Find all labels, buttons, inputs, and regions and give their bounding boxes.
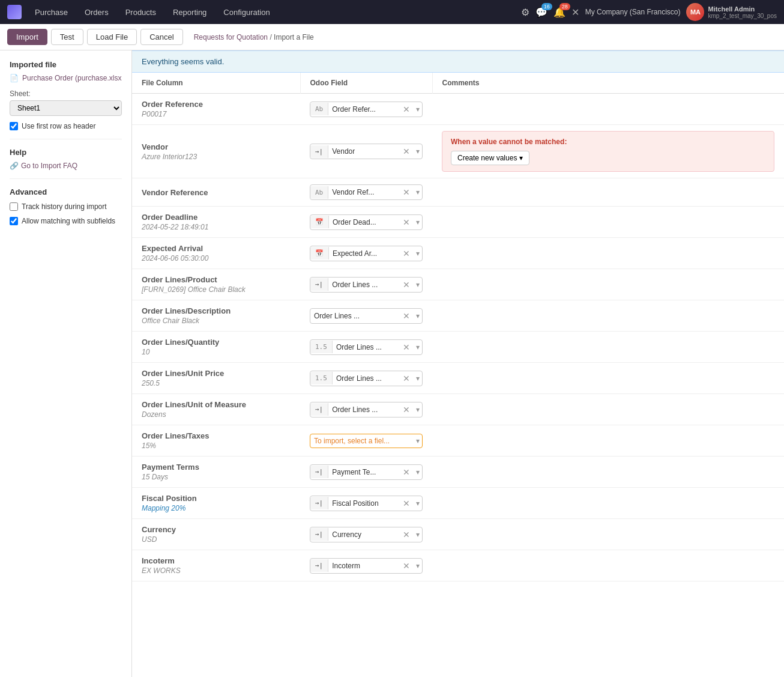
field-dropdown-icon[interactable]: ▾	[414, 216, 422, 229]
field-dropdown-icon[interactable]: ▾	[414, 278, 422, 291]
allow-matching-checkbox[interactable]	[10, 217, 18, 225]
load-file-button[interactable]: Load File	[87, 29, 137, 45]
import-faq-link[interactable]: 🔗 Go to Import FAQ	[10, 162, 122, 170]
odoo-field-name: Order Lines ...	[310, 309, 399, 323]
table-row: Order Lines/Unit Price 250.5 1.5 Order L…	[132, 363, 784, 394]
nav-item-purchase[interactable]: Purchase	[31, 5, 71, 19]
messages-icon[interactable]: 🔔 28	[553, 7, 565, 18]
field-selector[interactable]: Order Lines ... ✕ ▾	[310, 308, 423, 324]
field-selector[interactable]: →| Currency ✕ ▾	[310, 527, 423, 542]
field-selector[interactable]: 📅 Expected Ar... ✕ ▾	[310, 246, 423, 261]
table-cell-file-column: Order Lines/Unit Price 250.5	[132, 363, 300, 394]
field-column-label: Order Lines/Taxes	[142, 431, 291, 440]
field-dropdown-icon[interactable]: ▾	[414, 145, 422, 158]
gear-icon[interactable]: ⚙	[521, 7, 529, 18]
field-dropdown-icon[interactable]: ▾	[414, 528, 422, 541]
use-first-row-label[interactable]: Use first row as header	[22, 122, 95, 130]
create-btn-label: Create new values	[457, 154, 517, 162]
nav-items: Purchase Orders Products Reporting Confi…	[31, 5, 274, 19]
field-dropdown-icon[interactable]: ▾	[414, 247, 422, 260]
field-dropdown-icon[interactable]: ▾	[414, 341, 422, 354]
table-row: Expected Arrival 2024-06-06 05:30:00 📅 E…	[132, 238, 784, 269]
field-column-label: Order Lines/Unit Price	[142, 369, 291, 378]
field-selector[interactable]: 1.5 Order Lines ... ✕ ▾	[310, 371, 423, 386]
field-dropdown-icon[interactable]: ▾	[414, 466, 422, 479]
field-dropdown-icon[interactable]: ▾	[414, 559, 422, 572]
field-selector[interactable]: To import, select a fiel... ▾	[310, 434, 423, 448]
create-new-values-button[interactable]: Create new values ▾	[451, 151, 529, 165]
breadcrumb: Requests for Quotation / Import a File	[194, 33, 314, 41]
col-header-odoo: Odoo Field	[300, 73, 432, 94]
field-selector[interactable]: Ab Vendor Ref... ✕ ▾	[310, 184, 423, 200]
nav-item-orders[interactable]: Orders	[81, 5, 112, 19]
sheet-select[interactable]: Sheet1	[10, 100, 122, 116]
field-dropdown-icon[interactable]: ▾	[414, 309, 422, 323]
field-clear-icon[interactable]: ✕	[399, 144, 414, 159]
table-cell-file-column: Payment Terms 15 Days	[132, 457, 300, 488]
field-clear-icon[interactable]: ✕	[399, 371, 414, 386]
odoo-field-name: To import, select a fiel...	[310, 434, 414, 448]
field-clear-icon[interactable]: ✕	[399, 278, 414, 292]
table-cell-file-column: Order Deadline 2024-05-22 18:49:01	[132, 207, 300, 238]
field-selector[interactable]: →| Incoterm ✕ ▾	[310, 558, 423, 574]
field-clear-icon[interactable]: ✕	[399, 402, 414, 417]
import-table: File Column Odoo Field Comments Order Re…	[132, 73, 784, 581]
table-row: Order Reference P00017 Ab Order Refer...…	[132, 94, 784, 125]
field-clear-icon[interactable]: ✕	[399, 185, 414, 199]
field-dropdown-icon[interactable]: ▾	[414, 103, 422, 116]
field-selector[interactable]: →| Fiscal Position ✕ ▾	[310, 496, 423, 511]
field-clear-icon[interactable]: ✕	[399, 309, 414, 323]
warning-title: When a value cannot be matched:	[451, 138, 765, 146]
field-dropdown-icon[interactable]: ▾	[414, 372, 422, 385]
breadcrumb-parent[interactable]: Requests for Quotation	[194, 33, 268, 41]
user-section[interactable]: MA Mitchell Admin kmp_2_test_may_30_pos	[686, 3, 777, 21]
field-column-value: 2024-05-22 18:49:01	[142, 223, 291, 231]
cancel-button[interactable]: Cancel	[140, 29, 182, 45]
field-selector[interactable]: Ab Order Refer... ✕ ▾	[310, 102, 423, 117]
field-selector[interactable]: 1.5 Order Lines ... ✕ ▾	[310, 339, 423, 355]
field-dropdown-icon[interactable]: ▾	[414, 403, 422, 416]
field-clear-icon[interactable]: ✕	[399, 340, 414, 354]
table-header-row: File Column Odoo Field Comments	[132, 73, 784, 94]
field-dropdown-icon[interactable]: ▾	[414, 186, 422, 199]
nav-item-products[interactable]: Products	[122, 5, 160, 19]
allow-matching-row: Allow matching with subfields	[10, 217, 122, 225]
field-clear-icon[interactable]: ✕	[399, 559, 414, 573]
company-name: My Company (San Francisco)	[585, 8, 681, 16]
allow-matching-label[interactable]: Allow matching with subfields	[22, 217, 115, 225]
company-info[interactable]: My Company (San Francisco)	[585, 8, 681, 16]
field-dropdown-icon[interactable]: ▾	[414, 497, 422, 510]
field-clear-icon[interactable]: ✕	[399, 527, 414, 542]
field-clear-icon[interactable]: ✕	[399, 215, 414, 229]
field-column-value: Dozens	[142, 410, 291, 419]
table-cell-file-column: Vendor Azure Interior123	[132, 125, 300, 178]
field-clear-icon[interactable]: ✕	[399, 246, 414, 261]
nav-item-configuration[interactable]: Configuration	[220, 5, 273, 19]
field-column-label: Order Lines/Description	[142, 306, 291, 315]
field-clear-icon[interactable]: ✕	[399, 496, 414, 511]
field-selector[interactable]: →| Order Lines ... ✕ ▾	[310, 277, 423, 293]
use-first-row-checkbox[interactable]	[10, 122, 18, 130]
field-selector[interactable]: →| Order Lines ... ✕ ▾	[310, 402, 423, 417]
field-clear-icon[interactable]: ✕	[399, 465, 414, 479]
test-button[interactable]: Test	[51, 29, 83, 45]
field-column-value: [FURN_0269] Office Chair Black	[142, 285, 291, 294]
table-cell-odoo-field: →| Order Lines ... ✕ ▾	[300, 269, 432, 300]
chat-icon[interactable]: 💬 16	[535, 7, 547, 18]
app-logo[interactable]	[7, 5, 22, 19]
divider-1	[10, 139, 122, 139]
field-dropdown-icon[interactable]: ▾	[414, 434, 422, 448]
import-button[interactable]: Import	[7, 29, 47, 45]
field-selector[interactable]: 📅 Order Dead... ✕ ▾	[310, 214, 423, 230]
field-selector[interactable]: →| Payment Te... ✕ ▾	[310, 464, 423, 480]
track-history-label[interactable]: Track history during import	[22, 202, 107, 211]
field-selector[interactable]: →| Vendor ✕ ▾	[310, 144, 423, 159]
track-history-checkbox[interactable]	[10, 202, 18, 211]
table-row: Incoterm EX WORKS →| Incoterm ✕ ▾	[132, 550, 784, 581]
nav-item-reporting[interactable]: Reporting	[169, 5, 210, 19]
field-clear-icon[interactable]: ✕	[399, 102, 414, 117]
field-type-icon: →|	[310, 528, 328, 541]
table-cell-comments	[432, 300, 784, 332]
field-column-value: 15%	[142, 442, 291, 450]
field-column-label: Fiscal Position	[142, 494, 291, 503]
